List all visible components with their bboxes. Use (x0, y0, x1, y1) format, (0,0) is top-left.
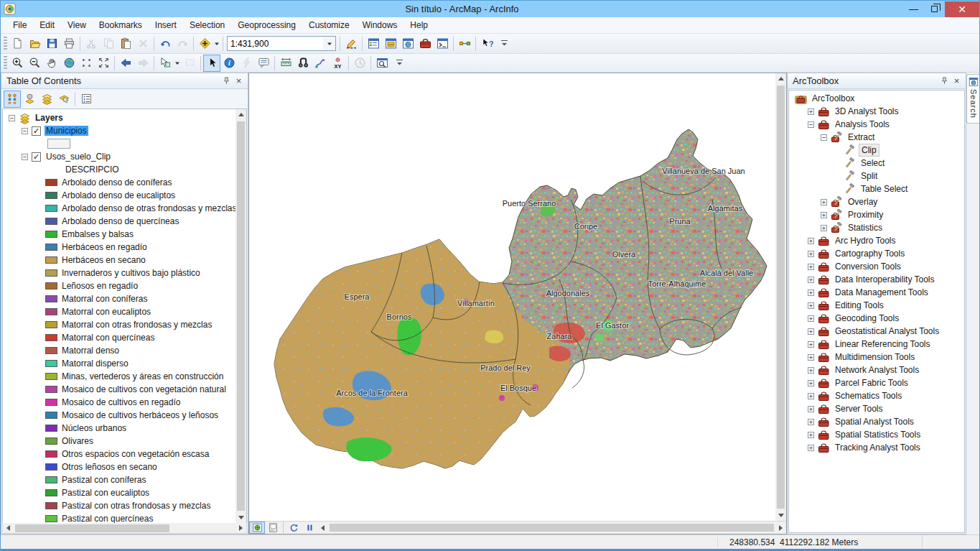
tree-expander-icon[interactable]: − (821, 134, 827, 141)
tool-overlay[interactable]: Overlay (846, 196, 879, 208)
minimize-button[interactable]: — (903, 1, 924, 17)
legend-swatch[interactable] (45, 489, 57, 496)
map-hscroll-right-arrow[interactable] (775, 522, 786, 533)
map-horizontal-scrollbar[interactable] (328, 522, 775, 533)
menu-edit[interactable]: Edit (33, 18, 61, 32)
legend-swatch[interactable] (45, 476, 57, 483)
tree-expander-icon[interactable]: + (808, 238, 814, 244)
list-by-source-icon[interactable] (21, 91, 38, 108)
menu-help[interactable]: Help (403, 18, 434, 32)
tree-expander-icon[interactable]: − (22, 128, 28, 134)
legend-swatch[interactable] (45, 450, 57, 458)
tree-expander-icon[interactable]: + (808, 290, 814, 296)
tree-expander-icon[interactable]: + (808, 302, 814, 309)
go-to-xy-icon[interactable]: XY (329, 55, 346, 72)
tool-parcel-fabric-tools[interactable]: Parcel Fabric Tools (833, 377, 910, 389)
legend-swatch[interactable] (45, 502, 57, 509)
add-data-icon[interactable] (196, 35, 213, 52)
find-icon[interactable] (294, 55, 312, 72)
tool-statistics[interactable]: Statistics (846, 222, 885, 233)
tool-arc-hydro-tools[interactable]: Arc Hydro Tools (833, 235, 897, 246)
delete-icon[interactable] (134, 35, 151, 52)
data-view-button[interactable] (249, 522, 265, 534)
tree-expander-icon[interactable]: + (808, 367, 814, 374)
tool-server-tools[interactable]: Server Tools (833, 403, 885, 415)
tree-expander-icon[interactable]: + (808, 328, 814, 335)
tool-spatial-analyst-tools[interactable]: Spatial Analyst Tools (833, 416, 916, 427)
toc-options-icon[interactable] (78, 91, 95, 108)
legend-field-heading[interactable]: DESCRIPCIO (64, 165, 121, 175)
modelbuilder-icon[interactable] (456, 35, 473, 52)
close-button[interactable]: ✕ (945, 1, 979, 17)
arctoolbox-icon[interactable] (416, 35, 434, 52)
python-window-icon[interactable] (434, 35, 451, 52)
list-by-drawing-order-icon[interactable] (4, 91, 21, 108)
legend-swatch[interactable] (45, 231, 57, 238)
select-features-icon[interactable] (157, 55, 174, 72)
tool-tracking-analyst-tools[interactable]: Tracking Analyst Tools (833, 442, 923, 453)
layer-usos-suelo-clip[interactable]: Usos_suelo_Clip (45, 152, 112, 162)
legend-swatch[interactable] (45, 192, 57, 199)
hyperlink-icon[interactable] (238, 55, 255, 72)
menu-file[interactable]: File (6, 18, 33, 32)
tree-expander-icon[interactable]: − (808, 121, 814, 128)
tool-multidimension-tools[interactable]: Multidimension Tools (833, 351, 917, 363)
layer-checkbox[interactable]: ✓ (32, 152, 41, 162)
forward-icon[interactable] (134, 55, 151, 72)
full-extent-icon[interactable] (60, 55, 78, 72)
tool-network-analyst-tools[interactable]: Network Analyst Tools (833, 364, 921, 376)
tree-expander-icon[interactable]: + (808, 277, 814, 283)
map-canvas[interactable]: Villanueva de San JuanPuerto SerranoCori… (249, 73, 775, 521)
clear-selection-icon[interactable] (181, 55, 198, 72)
arctoolbox-close-icon[interactable]: × (951, 75, 963, 87)
back-icon[interactable] (117, 55, 134, 72)
menu-bookmarks[interactable]: Bookmarks (93, 18, 149, 32)
tool-table-select[interactable]: Table Select (859, 183, 910, 195)
map-scale-input[interactable] (228, 39, 323, 49)
search-dock-tab[interactable]: Search (966, 74, 979, 124)
legend-swatch[interactable] (45, 308, 57, 315)
legend-swatch[interactable] (45, 463, 57, 471)
tree-expander-icon[interactable]: + (808, 419, 814, 425)
tool-linear-referencing-tools[interactable]: Linear Referencing Tools (833, 338, 933, 350)
pan-icon[interactable] (43, 55, 60, 72)
menu-customize[interactable]: Customize (302, 18, 356, 32)
menu-selection[interactable]: Selection (183, 18, 231, 32)
open-folder-icon[interactable] (26, 35, 43, 52)
measure-icon[interactable] (277, 55, 294, 72)
table-of-contents-icon[interactable] (365, 35, 382, 52)
tree-expander-icon[interactable]: + (808, 354, 814, 361)
tool-split[interactable]: Split (859, 170, 879, 182)
tree-expander-icon[interactable]: + (808, 406, 814, 412)
legend-swatch[interactable] (45, 218, 57, 225)
tree-expander-icon[interactable]: + (808, 393, 814, 399)
legend-swatch[interactable] (45, 244, 57, 251)
tool-geocoding-tools[interactable]: Geocoding Tools (833, 312, 901, 324)
paste-icon[interactable] (117, 35, 134, 52)
menu-windows[interactable]: Windows (356, 18, 404, 32)
menu-view[interactable]: View (61, 18, 93, 32)
new-document-icon[interactable] (9, 35, 26, 52)
legend-swatch[interactable] (45, 321, 57, 328)
legend-swatch[interactable] (45, 360, 57, 367)
legend-swatch[interactable] (45, 437, 57, 445)
map-vertical-scrollbar[interactable] (775, 73, 786, 521)
legend-swatch[interactable] (45, 256, 57, 264)
restore-button[interactable] (924, 1, 945, 17)
legend-swatch[interactable] (45, 269, 57, 277)
tree-expander-icon[interactable]: + (808, 445, 814, 451)
toolbar-overflow-icon[interactable] (391, 55, 408, 72)
scale-dropdown-icon[interactable] (323, 37, 335, 50)
tree-expander-icon[interactable]: + (821, 199, 827, 205)
tree-expander-icon[interactable]: + (808, 108, 814, 115)
tool-editing-tools[interactable]: Editing Tools (833, 300, 886, 311)
layer-municipios[interactable]: Municipios (45, 126, 88, 136)
legend-swatch[interactable] (45, 425, 57, 432)
tool-select[interactable]: Select (859, 157, 887, 169)
find-route-icon[interactable] (312, 55, 329, 72)
legend-swatch[interactable] (45, 179, 57, 186)
map-scale-combo[interactable] (227, 36, 336, 51)
tree-expander-icon[interactable]: − (22, 154, 28, 160)
legend-swatch[interactable] (45, 373, 57, 380)
time-slider-icon[interactable] (351, 55, 368, 72)
